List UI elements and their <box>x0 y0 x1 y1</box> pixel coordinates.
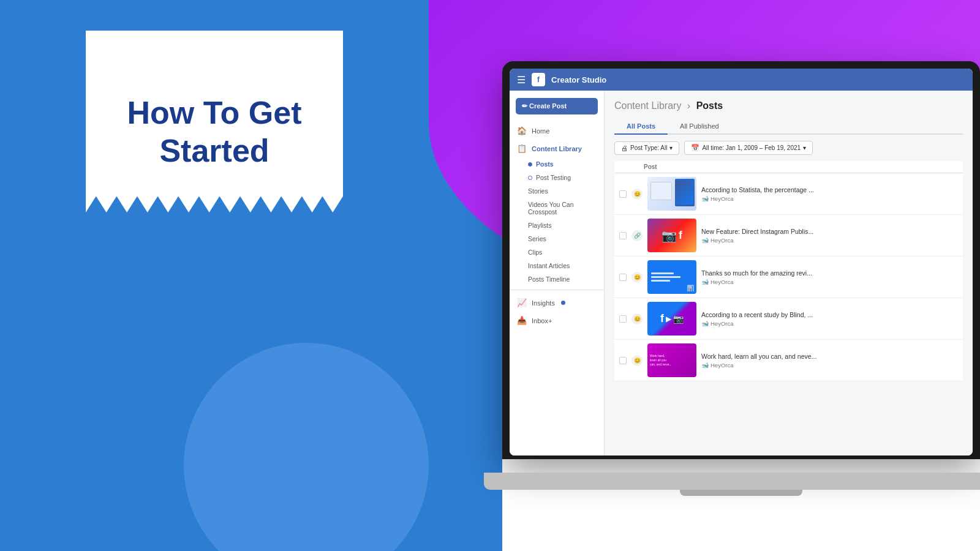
post-title-5: Work hard, learn all you can, and neve..… <box>701 353 958 360</box>
author-icon-4: 🐋 <box>701 320 709 327</box>
post-author-1: 🐋 HeyOrca <box>701 195 958 202</box>
post-testing-label: Post Testing <box>536 174 571 181</box>
post-title-1: According to Statista, the percentage ..… <box>701 186 958 193</box>
post-row: 🔗 📷 f New Feature: Direct Instagram Publ… <box>614 215 963 257</box>
posts-timeline-label: Posts Timeline <box>528 276 570 283</box>
content-library-label: Content Library <box>532 145 582 152</box>
post-info-3: Thanks so much for the amazing revi... 🐋… <box>701 269 958 285</box>
home-icon: 🏠 <box>517 126 527 135</box>
post-author-4: 🐋 HeyOrca <box>701 320 958 327</box>
breadcrumb-separator: › <box>687 100 690 111</box>
sidebar-sub-posts[interactable]: Posts <box>510 157 604 171</box>
post-info-5: Work hard, learn all you can, and neve..… <box>701 353 958 369</box>
post-info-1: According to Statista, the percentage ..… <box>701 186 958 202</box>
laptop-screen: ☰ f Creator Studio ✏ Create Post 🏠 <box>510 69 973 455</box>
sidebar-sub-post-testing[interactable]: Post Testing <box>510 171 604 184</box>
post-thumbnail-4: f ▶ 📷 <box>647 302 696 335</box>
post-checkbox-3[interactable] <box>619 274 627 281</box>
post-info-4: According to a recent study by Blind, ..… <box>701 311 958 327</box>
post-action-icon-2[interactable]: 🔗 <box>631 230 643 241</box>
post-thumbnail-2: 📷 f <box>647 219 696 252</box>
laptop-base <box>484 473 980 490</box>
date-filter[interactable]: 📅 All time: Jan 1, 2009 – Feb 19, 2021 ▾ <box>684 141 813 155</box>
post-action-icon-3[interactable]: 😊 <box>631 272 643 283</box>
post-table-header: Post <box>614 161 963 173</box>
post-type-icon: 🖨 <box>621 144 628 152</box>
post-checkbox-4[interactable] <box>619 315 627 323</box>
insights-notification-dot <box>561 301 565 305</box>
sidebar-sub-posts-timeline[interactable]: Posts Timeline <box>510 272 604 286</box>
calendar-icon: 📅 <box>691 144 699 152</box>
post-row: 😊 f ▶ 📷 According to a recent study by B… <box>614 298 963 340</box>
laptop-outer: ☰ f Creator Studio ✏ Create Post 🏠 <box>502 61 980 459</box>
heading-line1: How To Get <box>127 95 301 130</box>
studio-content: Content Library › Posts All Posts All Pu… <box>605 91 973 455</box>
studio-main: ✏ Create Post 🏠 Home 📋 Content Library <box>510 91 973 455</box>
sidebar-item-home[interactable]: 🏠 Home <box>510 122 604 140</box>
author-icon-3: 🐋 <box>701 279 709 285</box>
stories-label: Stories <box>528 187 548 195</box>
studio-topbar: ☰ f Creator Studio <box>510 69 973 91</box>
inbox-label: Inbox+ <box>532 317 552 324</box>
content-library-icon: 📋 <box>517 144 527 153</box>
breadcrumb-main: Content Library <box>614 100 681 111</box>
post-title-2: New Feature: Direct Instagram Publis... <box>701 228 958 235</box>
fb-logo: f <box>532 73 545 86</box>
posts-label: Posts <box>536 160 554 168</box>
chevron-down-icon-2: ▾ <box>803 144 806 151</box>
post-row: 😊 Work hard, learn all you can, and neve… <box>614 340 963 381</box>
tab-all-posts[interactable]: All Posts <box>614 119 668 135</box>
creator-studio-ui: ☰ f Creator Studio ✏ Create Post 🏠 <box>510 69 973 455</box>
post-row: 😊 f According to Statista, the percentag… <box>614 173 963 215</box>
sidebar-divider <box>510 290 604 290</box>
instant-articles-label: Instant Articles <box>528 262 570 269</box>
post-author-5: 🐋 HeyOrca <box>701 362 958 369</box>
sidebar-item-content-library[interactable]: 📋 Content Library <box>510 140 604 157</box>
sidebar-sub-clips[interactable]: Clips <box>510 246 604 259</box>
content-filters: 🖨 Post Type: All ▾ 📅 All time: Jan 1, 20… <box>614 141 963 155</box>
post-column-header: Post <box>644 163 657 170</box>
post-info-2: New Feature: Direct Instagram Publis... … <box>701 228 958 244</box>
clips-label: Clips <box>528 249 542 256</box>
post-title-3: Thanks so much for the amazing revi... <box>701 269 958 277</box>
heading-line2: Started <box>159 133 269 168</box>
home-label: Home <box>532 127 549 135</box>
post-action-icon-1[interactable]: 😊 <box>631 189 643 200</box>
post-checkbox-1[interactable] <box>619 190 627 198</box>
hamburger-icon[interactable]: ☰ <box>517 74 526 86</box>
breadcrumb: Content Library › Posts <box>614 100 963 111</box>
post-author-3: 🐋 HeyOrca <box>701 279 958 285</box>
post-type-filter[interactable]: 🖨 Post Type: All ▾ <box>614 141 679 155</box>
crosspost-label: Videos You Can Crosspost <box>528 201 597 216</box>
post-testing-dot-icon <box>528 176 532 180</box>
sidebar-sub-crosspost[interactable]: Videos You Can Crosspost <box>510 198 604 219</box>
post-author-2: 🐋 HeyOrca <box>701 237 958 244</box>
series-label: Series <box>528 235 546 242</box>
insights-label: Insights <box>532 299 555 307</box>
post-checkbox-2[interactable] <box>619 232 627 239</box>
tab-all-published[interactable]: All Published <box>668 119 731 135</box>
content-tabs: All Posts All Published <box>614 119 963 135</box>
posts-dot-icon <box>528 162 532 167</box>
sidebar-item-inbox[interactable]: 📥 Inbox+ <box>510 312 604 329</box>
topbar-title: Creator Studio <box>551 75 606 84</box>
post-action-icon-4[interactable]: 😊 <box>631 313 643 324</box>
post-thumbnail-1: f <box>647 177 696 211</box>
insights-icon: 📈 <box>517 298 527 307</box>
main-heading: How To Get Started <box>108 81 320 182</box>
post-row: 😊 📊 Thanks so much for the amazing revi.… <box>614 257 963 298</box>
create-post-button[interactable]: ✏ Create Post <box>516 98 598 114</box>
post-thumbnail-3: 📊 <box>647 260 696 294</box>
sidebar-sub-playlists[interactable]: Playlists <box>510 219 604 232</box>
studio-sidebar: ✏ Create Post 🏠 Home 📋 Content Library <box>510 91 605 455</box>
post-action-icon-5[interactable]: 😊 <box>631 355 643 366</box>
sidebar-sub-instant-articles[interactable]: Instant Articles <box>510 259 604 272</box>
post-checkbox-5[interactable] <box>619 357 627 364</box>
author-icon-2: 🐋 <box>701 237 709 244</box>
chevron-down-icon: ▾ <box>669 144 673 151</box>
sidebar-sub-series[interactable]: Series <box>510 232 604 246</box>
playlists-label: Playlists <box>528 222 552 229</box>
sidebar-sub-stories[interactable]: Stories <box>510 184 604 198</box>
laptop-mockup: ☰ f Creator Studio ✏ Create Post 🏠 <box>502 61 980 527</box>
sidebar-item-insights[interactable]: 📈 Insights <box>510 294 604 312</box>
